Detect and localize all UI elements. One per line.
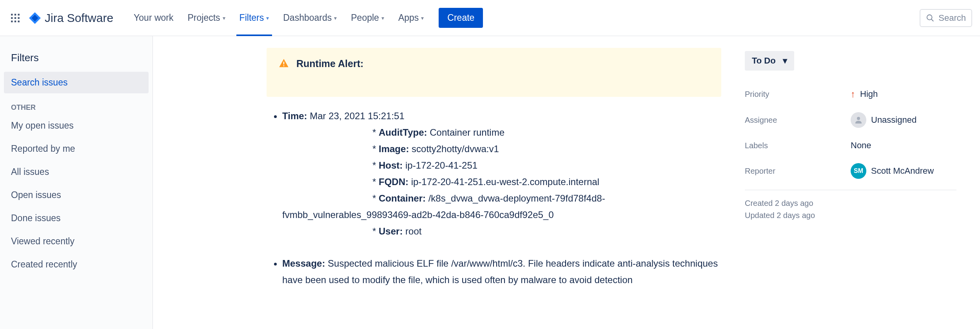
- svg-rect-4: [15, 17, 16, 18]
- svg-rect-3: [11, 17, 13, 18]
- detail-time: Time: Mar 23, 2021 15:21:51 * AuditType:…: [282, 108, 721, 240]
- chevron-down-icon: ▾: [266, 15, 269, 21]
- detail-user: * User: root: [372, 223, 721, 240]
- search-placeholder: Search: [938, 13, 966, 23]
- nav-your-work[interactable]: Your work: [127, 0, 180, 36]
- assignee-value: Unassigned: [871, 115, 916, 125]
- avatar: SM: [851, 163, 866, 179]
- chevron-down-icon: ▾: [223, 15, 225, 21]
- app-switcher-icon[interactable]: [8, 11, 23, 25]
- svg-rect-8: [18, 20, 20, 22]
- nav-apps[interactable]: Apps ▾: [391, 0, 431, 36]
- svg-rect-2: [18, 14, 20, 15]
- chevron-down-icon: ▾: [783, 56, 787, 66]
- svg-rect-7: [15, 20, 16, 22]
- search-icon: [926, 14, 935, 22]
- detail-container-cont: fvmbb_vulnerables_99893469-ad2b-42da-b84…: [282, 207, 721, 223]
- nav-people[interactable]: People ▾: [344, 0, 391, 36]
- labels-row[interactable]: Labels None: [745, 134, 956, 157]
- jira-logo[interactable]: Jira Software: [26, 9, 116, 27]
- svg-rect-5: [18, 17, 20, 18]
- issue-side-panel: To Do ▾ Priority ↑ High Assignee Unassig…: [745, 48, 956, 317]
- sidebar-section-other: OTHER: [4, 95, 149, 115]
- priority-row[interactable]: Priority ↑ High: [745, 82, 956, 106]
- reporter-value: Scott McAndrew: [871, 166, 934, 176]
- sidebar-item-reported-by-me[interactable]: Reported by me: [4, 138, 149, 160]
- detail-message: Message: Suspected malicious ELF file /v…: [282, 255, 721, 288]
- sidebar-item-created-recently[interactable]: Created recently: [4, 254, 149, 275]
- assignee-row[interactable]: Assignee Unassigned: [745, 106, 956, 134]
- chevron-down-icon: ▾: [421, 15, 424, 21]
- time-label: Time:: [282, 111, 307, 121]
- priority-high-icon: ↑: [851, 89, 855, 100]
- warning-icon: [278, 58, 289, 69]
- created-timestamp: Created 2 days ago: [745, 197, 956, 209]
- priority-value: High: [860, 89, 878, 99]
- svg-point-13: [857, 117, 860, 120]
- jira-logo-icon: [28, 11, 42, 25]
- issue-description: Runtime Alert: Time: Mar 23, 2021 15:21:…: [267, 48, 721, 317]
- sidebar-item-all-issues[interactable]: All issues: [4, 161, 149, 183]
- jira-logo-text: Jira Software: [45, 11, 113, 25]
- nav-item-label: Apps: [398, 13, 419, 23]
- chevron-down-icon: ▾: [381, 15, 384, 21]
- svg-rect-1: [15, 14, 16, 15]
- detail-sublines: * AuditType: Container runtime * Image: …: [282, 124, 721, 207]
- nav-filters[interactable]: Filters ▾: [232, 0, 276, 36]
- nav-item-label: Your work: [134, 13, 173, 23]
- updated-timestamp: Updated 2 days ago: [745, 209, 956, 222]
- top-nav: Jira Software Your work Projects ▾ Filte…: [0, 0, 980, 36]
- nav-item-label: Filters: [240, 13, 264, 23]
- detail-host: * Host: ip-172-20-41-251: [372, 157, 721, 174]
- divider: [745, 190, 956, 190]
- detail-audit-type: * AuditType: Container runtime: [372, 124, 721, 141]
- message-value: Suspected malicious ELF file /var/www/ht…: [282, 258, 718, 285]
- alert-title: Runtime Alert:: [296, 58, 363, 69]
- reporter-row[interactable]: Reporter SM Scott McAndrew: [745, 157, 956, 185]
- nav-item-label: People: [351, 13, 379, 23]
- detail-user-wrap: * User: root: [282, 223, 721, 240]
- svg-rect-11: [283, 62, 284, 64]
- sidebar-item-search-issues[interactable]: Search issues: [4, 72, 149, 93]
- labels-value: None: [851, 140, 871, 151]
- body: Filters Search issues OTHER My open issu…: [0, 36, 980, 329]
- svg-line-10: [931, 19, 934, 21]
- nav-items: Your work Projects ▾ Filters ▾ Dashboard…: [127, 0, 431, 36]
- svg-rect-6: [11, 20, 13, 22]
- detail-container: * Container: /k8s_dvwa_dvwa-deployment-7…: [372, 190, 721, 207]
- nav-item-label: Projects: [188, 13, 220, 23]
- labels-label: Labels: [745, 141, 851, 150]
- nav-dashboards[interactable]: Dashboards ▾: [276, 0, 344, 36]
- nav-projects[interactable]: Projects ▾: [181, 0, 232, 36]
- priority-label: Priority: [745, 90, 851, 99]
- assignee-label: Assignee: [745, 116, 851, 125]
- sidebar-item-my-open-issues[interactable]: My open issues: [4, 115, 149, 136]
- status-dropdown[interactable]: To Do ▾: [745, 51, 794, 71]
- runtime-alert-panel: Runtime Alert:: [267, 48, 721, 97]
- svg-rect-0: [11, 14, 13, 15]
- message-label: Message:: [282, 258, 325, 269]
- sidebar-item-done-issues[interactable]: Done issues: [4, 207, 149, 229]
- search-input[interactable]: Search: [920, 9, 972, 27]
- svg-point-9: [927, 15, 932, 20]
- sidebar-item-viewed-recently[interactable]: Viewed recently: [4, 231, 149, 252]
- sidebar: Filters Search issues OTHER My open issu…: [0, 36, 153, 329]
- time-value: Mar 23, 2021 15:21:51: [310, 111, 405, 121]
- alert-message-list: Message: Suspected malicious ELF file /v…: [267, 255, 721, 288]
- main-content: Runtime Alert: Time: Mar 23, 2021 15:21:…: [153, 36, 980, 329]
- sidebar-item-open-issues[interactable]: Open issues: [4, 184, 149, 206]
- status-label: To Do: [752, 56, 776, 66]
- svg-rect-12: [283, 65, 284, 66]
- alert-details: Time: Mar 23, 2021 15:21:51 * AuditType:…: [267, 108, 721, 240]
- create-button[interactable]: Create: [439, 8, 483, 28]
- reporter-label: Reporter: [745, 167, 851, 176]
- nav-item-label: Dashboards: [283, 13, 332, 23]
- detail-image: * Image: scotty2hotty/dvwa:v1: [372, 141, 721, 157]
- sidebar-title: Filters: [4, 48, 149, 72]
- detail-fqdn: * FQDN: ip-172-20-41-251.eu-west-2.compu…: [372, 174, 721, 190]
- avatar-unassigned-icon: [851, 112, 866, 128]
- chevron-down-icon: ▾: [334, 15, 337, 21]
